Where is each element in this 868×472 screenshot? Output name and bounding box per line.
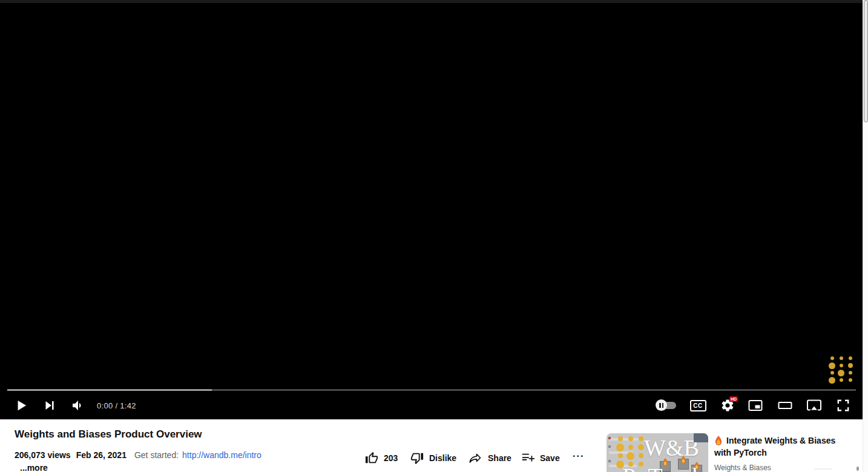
fullscreen-button[interactable] <box>832 395 854 416</box>
autoplay-pill <box>658 402 676 409</box>
thumbnail-speck <box>608 460 611 462</box>
wandb-dot <box>626 452 634 460</box>
wandb-logo-watermark <box>827 355 855 384</box>
scrollbar-track[interactable] <box>863 0 868 472</box>
save-button[interactable]: Save <box>521 450 560 467</box>
wandb-dot <box>849 371 852 375</box>
volume-icon <box>71 398 85 413</box>
share-icon <box>468 451 482 465</box>
window-top-edge <box>0 0 863 3</box>
wandb-dot <box>830 371 834 375</box>
thumbnail-pytorch-text: PyTorch <box>622 462 704 472</box>
theater-mode-button[interactable] <box>774 395 796 416</box>
thumbs-up-icon <box>365 451 378 465</box>
hd-quality-badge: HD <box>729 396 738 402</box>
wandb-dot <box>616 444 624 451</box>
wandb-dot <box>848 363 853 368</box>
cut-off-element <box>814 468 832 470</box>
play-icon <box>13 398 29 413</box>
wandb-dot <box>638 444 644 450</box>
suggested-video-title[interactable]: Integrate Weights & Biases with PyTorch <box>714 434 866 459</box>
next-button[interactable] <box>39 395 61 416</box>
miniplayer-icon <box>748 398 763 413</box>
thumbnail-corner-image <box>694 433 708 442</box>
share-button[interactable]: Share <box>468 450 511 467</box>
wandb-dot <box>829 362 835 369</box>
settings-button[interactable]: HD <box>717 395 738 416</box>
video-player[interactable]: 0:00 / 1:42 CC HD <box>0 0 863 419</box>
cut-off-more-icon <box>856 467 859 471</box>
volume-button[interactable] <box>67 395 89 416</box>
time-display: 0:00 / 1:42 <box>97 395 136 416</box>
dislike-label: Dislike <box>429 453 456 463</box>
wandb-dot <box>829 377 835 384</box>
scrollbar-thumb[interactable] <box>864 0 868 122</box>
description-link[interactable]: http://wandb.me/intro <box>182 450 261 460</box>
wandb-dot <box>618 436 623 441</box>
subtitles-button[interactable]: CC <box>687 395 709 416</box>
progress-bar[interactable] <box>7 389 856 391</box>
wandb-dot <box>830 356 834 360</box>
thumbnail-speck <box>608 445 611 448</box>
thumbs-down-icon <box>410 451 424 465</box>
suggested-video-info: Integrate Weights & Biases with PyTorch … <box>714 434 866 472</box>
playlist-add-icon <box>521 451 534 465</box>
time-text: 0:00 / 1:42 <box>97 401 136 410</box>
video-title: Weights and Biases Product Overview <box>15 428 202 441</box>
wandb-dot <box>849 356 852 360</box>
dislike-button[interactable]: Dislike <box>410 450 456 467</box>
description-snippet: Get started: <box>134 450 179 460</box>
wandb-dot <box>639 436 643 441</box>
fire-emoji-icon <box>714 436 723 445</box>
thumbnail-wandb-text: W&B <box>644 434 699 461</box>
theater-icon <box>777 398 793 413</box>
suggested-video-thumbnail[interactable]: W&B PyTorch <box>607 433 708 472</box>
wandb-dot <box>639 453 643 458</box>
progress-buffered <box>7 389 212 391</box>
show-more-button[interactable]: ...more <box>20 463 48 472</box>
airplay-icon <box>806 397 823 414</box>
wandb-dot <box>840 378 843 382</box>
suggested-title-line1: Integrate Weights & Biases <box>726 434 835 447</box>
video-meta-row: 206,073 views Feb 26, 2021 Get started: … <box>15 450 261 460</box>
save-label: Save <box>540 453 560 463</box>
view-count: 206,073 views <box>15 450 71 460</box>
wandb-dot <box>628 436 633 441</box>
wandb-dot <box>628 445 633 450</box>
like-count: 203 <box>384 453 398 463</box>
suggested-title-line2: with PyTorch <box>714 448 767 457</box>
wandb-dot <box>849 378 852 382</box>
skip-next-icon <box>42 398 57 413</box>
wandb-dot <box>838 370 844 376</box>
suggested-channel-name[interactable]: Weights & Biases <box>714 464 866 472</box>
miniplayer-button[interactable] <box>745 395 766 416</box>
upload-date: Feb 26, 2021 <box>76 450 127 460</box>
autoplay-pause-icon <box>656 399 667 411</box>
like-button[interactable]: 203 <box>365 450 398 467</box>
wandb-dot <box>840 356 843 360</box>
cc-icon: CC <box>690 400 706 411</box>
fullscreen-icon <box>835 398 851 413</box>
wandb-dot <box>618 453 623 458</box>
more-actions-button[interactable]: ... <box>573 445 584 462</box>
airplay-button[interactable] <box>803 395 825 416</box>
thumbnail-speck <box>608 437 611 439</box>
autoplay-toggle[interactable] <box>655 395 679 416</box>
share-label: Share <box>488 453 511 463</box>
play-button[interactable] <box>10 395 32 416</box>
wandb-dot <box>840 364 843 367</box>
